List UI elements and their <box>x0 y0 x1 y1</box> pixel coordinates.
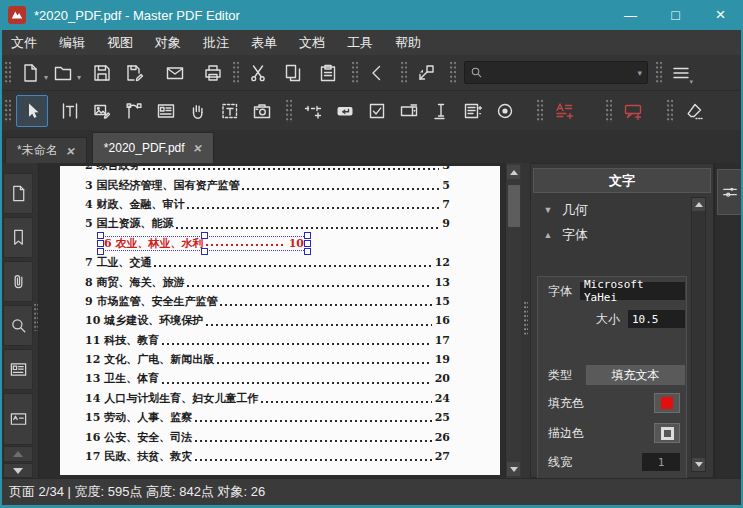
cut-button[interactable] <box>244 59 272 87</box>
type-dropdown[interactable]: 填充文本 <box>586 365 685 385</box>
panel-scroll-up-button[interactable] <box>692 198 705 211</box>
toc-row[interactable]: 13 卫生、体育20 <box>85 369 450 388</box>
sidebar-signature-button[interactable] <box>3 393 33 445</box>
panel-scrollbar[interactable] <box>691 197 706 472</box>
toc-row[interactable]: 8 商贸、海关、旅游13 <box>85 272 450 291</box>
toolbar-drag-handle[interactable] <box>667 99 673 123</box>
sidebar-scroll-down-button[interactable] <box>3 463 33 478</box>
toolbar-drag-handle[interactable] <box>606 99 612 123</box>
select-tool-button[interactable] <box>16 95 48 127</box>
highlight-text-button[interactable] <box>548 95 580 127</box>
font-name-input[interactable]: Microsoft YaHei <box>580 282 685 300</box>
toc-row[interactable]: 16 公安、安全、司法26 <box>85 427 450 446</box>
toc-row[interactable]: 3 国民经济管理、国有资产监管5 <box>85 175 450 194</box>
sidebar-form-fields-button[interactable] <box>3 349 33 390</box>
new-document-button[interactable] <box>16 59 44 87</box>
push-button-tool[interactable] <box>329 95 361 127</box>
text-field-tool[interactable] <box>425 95 457 127</box>
close-button[interactable]: × <box>698 0 743 30</box>
add-form-field-button[interactable] <box>297 95 329 127</box>
radio-button-tool[interactable] <box>489 95 521 127</box>
toc-row[interactable]: 9 市场监管、安全生产监管15 <box>85 292 450 311</box>
line-width-input[interactable]: 1 <box>642 453 680 471</box>
list-box-tool[interactable] <box>457 95 489 127</box>
edit-image-button[interactable] <box>86 95 118 127</box>
minimize-button[interactable]: — <box>608 0 653 30</box>
sidebar-page-thumbnails-button[interactable] <box>3 173 33 214</box>
check-box-tool[interactable] <box>361 95 393 127</box>
hand-tool-button[interactable] <box>182 95 214 127</box>
tab-close-icon[interactable]: × <box>192 140 203 156</box>
toc-row[interactable]: 5 国土资源、能源9 <box>85 214 450 233</box>
fit-page-button[interactable] <box>412 59 440 87</box>
toolbar-drag-handle[interactable] <box>450 61 456 85</box>
toc-row[interactable]: 6 农业、林业、水利10 <box>85 234 450 253</box>
toolbar-drag-handle[interactable] <box>5 61 11 85</box>
save-as-button[interactable] <box>121 59 149 87</box>
menu-item-视图[interactable]: 视图 <box>96 30 144 55</box>
document-tab[interactable]: *未命名× <box>5 137 87 163</box>
combo-box-tool[interactable] <box>393 95 425 127</box>
selection-handle[interactable] <box>201 248 208 255</box>
tab-close-icon[interactable]: × <box>65 143 76 159</box>
toolbar-drag-handle[interactable] <box>537 99 543 123</box>
menu-item-帮助[interactable]: 帮助 <box>384 30 432 55</box>
snapshot-button[interactable] <box>246 95 278 127</box>
selection-handle[interactable] <box>304 240 311 247</box>
toolbar-drag-handle[interactable] <box>401 61 407 85</box>
document-scrollbar[interactable] <box>505 163 522 478</box>
edit-text-button[interactable] <box>54 95 86 127</box>
eraser-button[interactable] <box>678 95 710 127</box>
toolbar-drag-handle[interactable] <box>656 61 662 85</box>
fill-color-swatch[interactable] <box>654 393 680 413</box>
maximize-button[interactable]: □ <box>653 0 698 30</box>
open-file-button[interactable] <box>49 59 77 87</box>
toc-row[interactable]: 10 城乡建设、环境保护16 <box>85 311 450 330</box>
paste-button[interactable] <box>314 59 342 87</box>
scroll-down-button[interactable] <box>507 462 520 476</box>
print-button[interactable] <box>199 59 227 87</box>
stroke-color-swatch[interactable] <box>654 423 680 443</box>
selection-handle[interactable] <box>201 232 208 239</box>
open-file-dropdown-icon[interactable]: ▾ <box>77 73 81 82</box>
send-email-button[interactable] <box>161 59 189 87</box>
toc-row[interactable]: 11 科技、教育17 <box>85 331 450 350</box>
panel-scroll-down-button[interactable] <box>692 458 705 471</box>
toc-row[interactable]: 15 劳动、人事、监察25 <box>85 408 450 427</box>
new-document-dropdown-icon[interactable]: ▾ <box>44 73 48 82</box>
menu-item-编辑[interactable]: 编辑 <box>48 30 96 55</box>
toc-row[interactable]: 2 综合政务3 <box>85 166 450 175</box>
edit-path-button[interactable] <box>118 95 150 127</box>
scrollbar-thumb[interactable] <box>508 185 520 227</box>
panel-section-字体[interactable]: ▲字体 <box>533 222 693 247</box>
toolbar-drag-handle[interactable] <box>233 61 239 85</box>
toc-row[interactable]: 4 财政、金融、审计7 <box>85 195 450 214</box>
menu-item-文件[interactable]: 文件 <box>0 30 48 55</box>
selected-text-object[interactable]: 6 农业、林业、水利10 <box>100 236 308 251</box>
toolbar-drag-handle[interactable] <box>5 99 11 123</box>
search-input[interactable] <box>483 65 637 81</box>
toc-row[interactable]: 14 人口与计划生育、妇女儿童工作24 <box>85 389 450 408</box>
menu-item-批注[interactable]: 批注 <box>192 30 240 55</box>
selection-handle[interactable] <box>304 248 311 255</box>
panel-section-几何[interactable]: ▼几何 <box>533 197 693 222</box>
sidebar-attachments-button[interactable] <box>3 261 33 302</box>
menu-item-对象[interactable]: 对象 <box>144 30 192 55</box>
sidebar-bookmarks-button[interactable] <box>3 217 33 258</box>
copy-button[interactable] <box>279 59 307 87</box>
select-text-area-button[interactable] <box>214 95 246 127</box>
menu-item-工具[interactable]: 工具 <box>336 30 384 55</box>
selection-handle[interactable] <box>97 240 104 247</box>
selection-handle[interactable] <box>304 232 311 239</box>
panel-splitter[interactable] <box>521 163 530 478</box>
main-menu-button[interactable]: ▾ <box>667 59 695 87</box>
search-box[interactable]: ▾ <box>464 61 648 84</box>
scroll-up-button[interactable] <box>507 165 520 179</box>
menu-item-表单[interactable]: 表单 <box>240 30 288 55</box>
callout-button[interactable] <box>617 95 649 127</box>
edit-forms-button[interactable] <box>150 95 182 127</box>
sidebar-scroll-up-button[interactable] <box>3 446 33 462</box>
selection-handle[interactable] <box>97 248 104 255</box>
sidebar-search-button[interactable] <box>3 305 33 346</box>
save-button[interactable] <box>88 59 116 87</box>
